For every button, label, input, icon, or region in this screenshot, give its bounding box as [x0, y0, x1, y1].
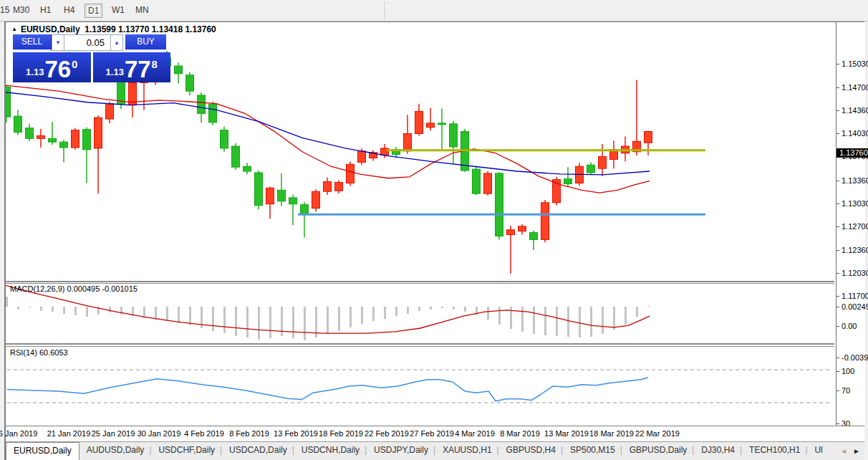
candle: [95, 118, 102, 148]
date-axis-label: 18 Feb 2019: [319, 429, 363, 438]
price-axis-label: 1.13360: [842, 176, 868, 185]
symbol-tab-dj30-h4[interactable]: DJ30,H4: [694, 442, 742, 460]
tab-scroll-arrows: ◄ ►: [837, 442, 863, 460]
symbol-tab-ul[interactable]: Ul: [807, 442, 829, 460]
toolbar-separator: [385, 1, 386, 19]
chart-window: ▲EURUSD,Daily 1.13599 1.13770 1.13418 1.…: [4, 21, 864, 460]
rsi-pane[interactable]: [6, 347, 834, 425]
candle: [312, 191, 320, 208]
one-click-trade-panel: SELL ▼ ▲ BUY 1.13 76 0 1.13 77 8: [13, 34, 170, 82]
timeframe-button-d1[interactable]: D1: [85, 4, 102, 18]
candle: [301, 205, 309, 214]
current-price-label: 1.13760: [836, 148, 868, 158]
sell-price-display[interactable]: 1.13 76 0: [13, 52, 91, 82]
candle: [507, 230, 515, 235]
timeframe-button-w1[interactable]: W1: [109, 4, 127, 16]
buy-price-display[interactable]: 1.13 77 8: [93, 52, 171, 82]
symbol-tab-sp500-m15[interactable]: SP500,M15: [563, 442, 622, 460]
candle: [186, 75, 194, 91]
tab-scroll-right-icon[interactable]: ►: [853, 447, 860, 455]
symbol-tab-gbpusd-h4[interactable]: GBPUSD,H4: [499, 442, 563, 460]
candle: [484, 173, 492, 193]
date-axis-label: 16 Jan 2019: [0, 429, 37, 438]
candle: [14, 116, 22, 132]
price-axis-label: 1.14700: [842, 83, 868, 92]
candle: [232, 146, 240, 167]
buy-price-point: 8: [152, 58, 158, 70]
symbol-tab-usdjpy-daily[interactable]: USDJPY,Daily: [367, 442, 435, 460]
rsi-axis-label: 100: [842, 367, 854, 375]
candle: [358, 151, 366, 163]
symbol-tab-usdcad-daily[interactable]: USDCAD,Daily: [222, 442, 294, 460]
symbol-tab-eurusd-daily[interactable]: EURUSD,Daily: [6, 442, 79, 460]
candle: [335, 183, 343, 191]
tab-scroll-left-icon[interactable]: ◄: [840, 447, 847, 455]
timeframe-button-mn[interactable]: MN: [132, 4, 152, 16]
candle: [541, 203, 549, 240]
mt4-terminal: 15M30H1H4D1W1MN ▲EURUSD,Daily 1.13599 1.…: [0, 0, 868, 460]
date-axis-label: 22 Feb 2019: [365, 429, 409, 438]
rsi-indicator-label: RSI(14) 60.6053: [10, 348, 68, 357]
candle: [324, 182, 332, 192]
candle: [198, 95, 206, 113]
candle: [289, 198, 297, 204]
date-axis-label: 18 Mar 2019: [589, 429, 634, 438]
candle: [106, 104, 114, 119]
candle: [60, 142, 68, 148]
candle: [26, 128, 34, 139]
date-axis-label: 13 Feb 2019: [274, 429, 318, 438]
date-axis-label: 8 Mar 2019: [500, 429, 540, 438]
candle: [473, 169, 481, 193]
date-axis-label: 27 Feb 2019: [410, 429, 454, 438]
buy-button[interactable]: BUY: [125, 34, 166, 51]
symbol-tab-usdchf-daily[interactable]: USDCHF,Daily: [151, 442, 222, 460]
candle: [6, 87, 11, 117]
candle: [255, 173, 263, 206]
candle: [564, 179, 572, 184]
candle: [645, 132, 652, 143]
price-axis[interactable]: 1.150301.147001.143601.140301.137001.133…: [836, 22, 865, 426]
sell-price-prefix: 1.13: [26, 67, 44, 77]
macd-indicator-label: MACD(12,26,9) 0.000495 -0.001015: [10, 284, 138, 293]
price-axis-label: 1.13030: [842, 199, 868, 208]
timeframe-toolbar: 15M30H1H4D1W1MN: [0, 0, 868, 21]
price-axis-label: 1.14360: [842, 106, 868, 115]
candle: [587, 165, 595, 173]
candle: [530, 233, 538, 240]
date-axis[interactable]: 16 Jan 201921 Jan 201925 Jan 201930 Jan …: [6, 426, 864, 442]
symbol-tab-usdcnh-daily[interactable]: USDCNH,Daily: [294, 442, 367, 460]
volume-input[interactable]: [64, 34, 110, 51]
candle: [243, 166, 251, 171]
candle: [221, 130, 228, 148]
symbol-tab-xauusd-h1[interactable]: XAUUSD,H1: [435, 442, 499, 460]
candle: [83, 130, 91, 150]
candle: [37, 135, 45, 138]
sell-price-point: 0: [72, 58, 77, 70]
candle: [415, 111, 423, 133]
volume-increase-button[interactable]: ▲: [110, 34, 123, 51]
date-axis-label: 8 Feb 2019: [229, 429, 269, 438]
macd-axis-label: -0.003919: [842, 353, 868, 362]
candle: [72, 130, 79, 148]
candle: [278, 190, 286, 201]
candle: [175, 66, 183, 74]
buy-price-prefix: 1.13: [106, 67, 124, 77]
date-axis-label: 22 Mar 2019: [635, 429, 680, 438]
timeframe-button-h4[interactable]: H4: [61, 4, 77, 16]
timeframe-button-m30[interactable]: M30: [10, 4, 32, 16]
date-axis-label: 13 Mar 2019: [544, 429, 589, 438]
symbol-tab-audusd-daily[interactable]: AUDUSD,Daily: [79, 442, 152, 460]
date-axis-label: 4 Feb 2019: [184, 429, 224, 438]
price-axis-label: 1.12030: [842, 269, 868, 277]
candle: [49, 138, 57, 142]
volume-decrease-button[interactable]: ▼: [52, 34, 64, 51]
candle: [599, 157, 607, 169]
symbol-tab-gbpusd-daily[interactable]: GBPUSD,Daily: [622, 442, 695, 460]
candle: [347, 164, 355, 183]
timeframe-button-h1[interactable]: H1: [37, 4, 54, 16]
sell-button[interactable]: SELL: [13, 34, 52, 51]
price-axis-label: 1.14030: [842, 129, 868, 138]
price-axis-label: 1.15030: [842, 59, 868, 68]
price-axis-label: 1.12360: [842, 246, 868, 254]
symbol-tab-tech100-h1[interactable]: TECH100,H1: [742, 442, 807, 460]
